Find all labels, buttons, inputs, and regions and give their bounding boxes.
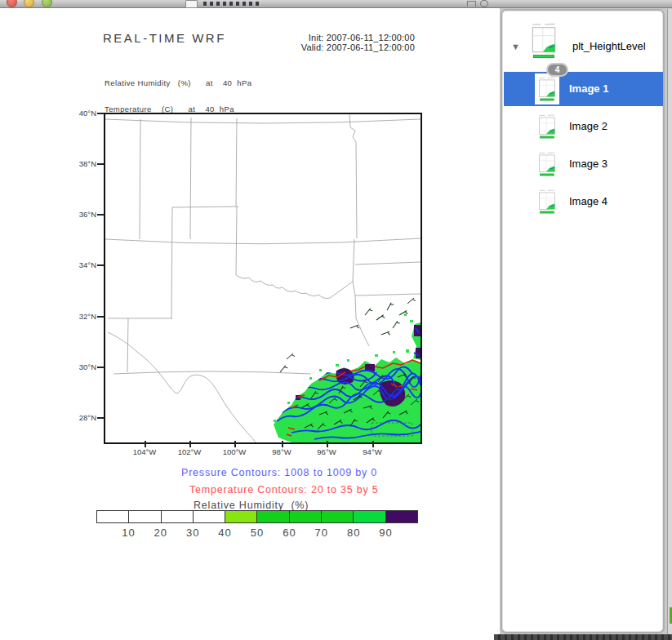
colorbar-segment [322,511,354,522]
colorbar-tick-label: 50 [241,527,274,539]
valid-time: Valid: 2007-06-11_12:00:00 [276,42,415,52]
humidity-colorbar [96,510,418,523]
colorbar-segment [225,511,257,522]
plot-title: REAL-TIME WRF [103,31,226,45]
colorbar-segment [386,511,417,522]
init-time: Init: 2007-06-11_12:00:00 [276,33,415,42]
lon-tickmark [145,441,146,447]
lat-tick-label: 32°N [59,312,96,321]
colorbar-segment [162,511,194,522]
sidebar-item-image4[interactable]: Image 4 [504,184,663,219]
thumbnail-art [536,113,558,140]
thumbnail-art [536,150,558,178]
run-times: Init: 2007-06-11_12:00:00 Valid: 2007-06… [276,33,415,52]
window-titlebar [0,0,672,8]
wrf-map [104,113,422,444]
close-button-icon[interactable] [7,0,17,7]
colorbar-segment [257,511,289,522]
image1-thumbnail[interactable] [536,75,558,103]
lat-tickmark [97,367,104,368]
drawer-scrollbar[interactable] [667,9,672,634]
document-proxy-icon[interactable] [185,0,198,8]
lon-tickmark [372,441,374,447]
pressure-legend: Pressure Contours: 1008 to 1009 by 0 [181,467,377,478]
lat-tick-label: 38°N [59,159,96,168]
lat-tick-label: 34°N [59,260,96,269]
sidebar-group-row[interactable]: ▼ plt_HeightLevel 4 [505,19,661,74]
field-line: Relative Humidity (%) at 40 hPa [105,79,251,88]
lon-tickmark [234,441,236,447]
colorbar-segment [290,511,322,522]
count-badge: 4 [546,63,568,77]
lat-tick-label: 36°N [59,210,96,219]
thumbnail-art [536,188,558,216]
colorbar-tick-label: 20 [145,527,177,539]
colorbar-tick-label: 40 [209,527,242,539]
group-thumbnail[interactable] [528,20,559,61]
colorbar-segment [97,511,129,522]
image4-thumbnail[interactable] [536,188,558,216]
thumbnail-art [528,20,559,61]
lon-tick-label: 98°W [261,447,302,456]
wrf-map-canvas [105,114,421,442]
colorbar-tick-label: 90 [370,527,403,539]
colorbar-segment [354,511,385,522]
sidebar-item-image3[interactable]: Image 3 [504,147,663,181]
lon-tick-label: 104°W [124,447,165,456]
lon-tickmark [327,441,328,447]
toolbar-icon[interactable] [467,1,476,7]
window-bottom-edge[interactable] [494,634,672,640]
image3-label[interactable]: Image 3 [569,158,607,170]
minimize-button-icon[interactable] [24,0,34,7]
lat-tickmark [97,316,104,318]
lon-tick-label: 94°W [352,447,393,456]
temperature-legend: Temperature Contours: 20 to 35 by 5 [189,484,379,496]
sidebar-item-image1[interactable]: Image 1 [504,72,663,106]
humidity-legend: Relative Humidity (%) [194,500,309,511]
disclosure-triangle-icon[interactable]: ▼ [511,42,520,51]
sidebar-drawer: ▼ plt_HeightLevel 4 Image 1 Image 2 Imag… [501,9,665,633]
image1-label[interactable]: Image 1 [569,82,608,95]
colorbar-tick-label: 10 [112,527,145,539]
lat-tickmark [97,113,104,114]
sidebar-item-image2[interactable]: Image 2 [504,109,663,144]
thumbnail-art [536,75,558,103]
colorbar-segment [129,511,161,522]
image2-label[interactable]: Image 2 [569,120,607,132]
window-title-text-cropped [203,2,262,6]
zoom-button-icon[interactable] [42,0,52,7]
lon-tick-label: 96°W [306,447,347,456]
lat-tickmark [97,163,104,165]
lon-tickmark [189,441,191,447]
image3-thumbnail[interactable] [536,150,558,178]
lat-tickmark [97,417,104,419]
lon-tickmark [282,441,283,447]
group-label[interactable]: plt_HeightLevel [572,40,646,52]
lon-tick-label: 100°W [214,447,255,456]
lat-tickmark [97,214,104,216]
image2-thumbnail[interactable] [536,113,558,140]
image4-label[interactable]: Image 4 [569,195,607,207]
toolbar-search-icon[interactable] [480,0,488,7]
lat-tick-label: 30°N [59,362,96,371]
colorbar-tick-label: 30 [176,527,209,539]
lat-tickmark [97,264,104,266]
lat-tick-label: 40°N [59,109,96,118]
colorbar-tick-label: 80 [337,527,370,539]
colorbar-tick-label: 70 [305,527,338,539]
lat-tick-label: 28°N [59,413,96,422]
colorbar-segment [194,511,225,522]
lon-tick-label: 102°W [169,447,210,456]
colorbar-tick-label: 60 [273,527,305,539]
